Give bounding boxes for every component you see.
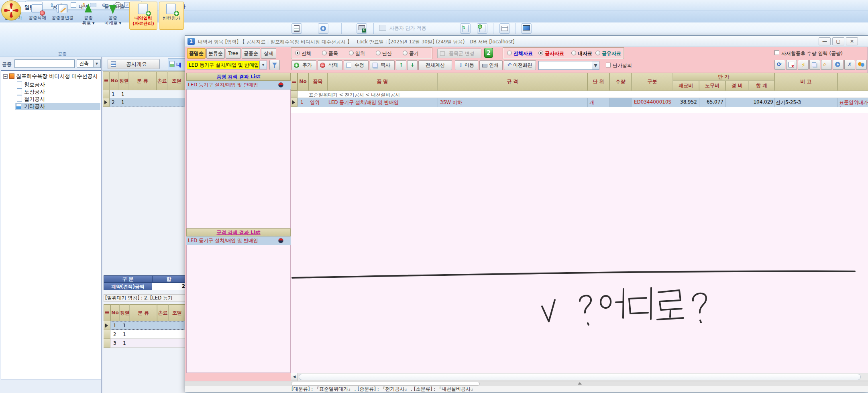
qty-cell[interactable] <box>609 98 632 107</box>
entry-input-button[interactable]: + 내역입력(자료관리) <box>129 2 157 30</box>
col-header-name[interactable]: 품 명 <box>327 73 438 91</box>
copy-row-button[interactable]: 복사 <box>370 60 395 70</box>
table-row-selected[interactable]: 1 1 01 5690001 <box>104 321 185 330</box>
table-row[interactable]: 1 1 <box>103 90 185 98</box>
lightning-icon[interactable]: ⚡ <box>798 60 809 70</box>
radio-dansan[interactable] <box>376 51 381 55</box>
maximize-button[interactable]: ▢ <box>832 37 844 45</box>
add-row-button[interactable]: +추가 <box>291 60 316 70</box>
delete-gongjong-button[interactable]: − 공종삭제 <box>26 2 49 30</box>
sort-by-class-button[interactable]: 분류순 <box>206 48 225 59</box>
doc-add-icon[interactable]: + <box>477 23 487 34</box>
tree-item-changho[interactable]: 창호공사 <box>17 81 45 88</box>
rename-gongjong-button[interactable]: 공종명변경 <box>50 2 75 30</box>
col-header-no[interactable]: No <box>297 73 308 91</box>
detail-button[interactable]: 상세 <box>261 48 276 59</box>
tree-item-cheolgeo[interactable]: 철거공사 <box>17 96 45 102</box>
col-header-jodal[interactable]: 조달 <box>169 304 185 321</box>
item-group-change-button[interactable]: 품목군 변경 <box>437 49 481 58</box>
ilwi-select-combo[interactable]: ▾ <box>538 61 599 70</box>
select-all-icon[interactable] <box>291 73 297 91</box>
tree-root-item[interactable]: − 칠포해수욕장 바다시청 대수선공사 <box>3 73 98 79</box>
table-row[interactable]: 2 1 01 <box>104 330 185 339</box>
col-header-no[interactable]: No <box>110 71 119 90</box>
sort-tree-button[interactable]: Tree <box>226 48 241 59</box>
project-overview-button[interactable]: 공사개요 <box>108 59 160 69</box>
col-header-note[interactable]: 비 고 <box>774 73 837 91</box>
splitter-caret-icon[interactable] <box>578 382 582 385</box>
group-row[interactable]: 표준일위대가 < 전기공사 < 내선설비공사 <box>291 91 868 98</box>
col-header-labor[interactable]: 노무비 <box>699 81 725 91</box>
col-header-sort[interactable]: 정렬 <box>119 71 129 90</box>
doc-sync-icon[interactable]: ⇅ <box>460 23 471 34</box>
sort-by-name-button[interactable]: 품명순 <box>187 48 206 59</box>
chevron-down-icon[interactable]: ▾ <box>259 61 267 69</box>
radio-my-data[interactable] <box>571 51 576 55</box>
tree-item-dojang[interactable]: 도장공사 <box>17 88 45 95</box>
edit-row-button[interactable]: 수정 <box>344 60 369 70</box>
sort-by-gongjong-button[interactable]: 공종순 <box>242 48 260 59</box>
col-header-no[interactable]: No <box>110 304 120 321</box>
col-header-class[interactable]: 분 류 <box>130 304 157 321</box>
col-header-danga[interactable]: 단 가 <box>673 73 774 81</box>
move-gongjong-up-button[interactable]: 공종위로 ▾ <box>77 2 100 30</box>
grid-hscrollbar[interactable]: ◀ <box>291 373 868 381</box>
gears-icon[interactable] <box>833 60 844 70</box>
row-up-button[interactable]: ↑ <box>396 60 406 70</box>
table-row-selected[interactable]: 2 1 5693 <box>103 98 185 107</box>
app-logo-icon[interactable] <box>1 0 21 20</box>
tree-collapse-icon[interactable]: − <box>3 74 8 79</box>
col-header-sonryo[interactable]: 손료 <box>157 304 169 321</box>
scroll-left-icon[interactable]: ◀ <box>291 373 298 381</box>
row-down-button[interactable]: ↓ <box>407 60 418 70</box>
radio-all-data[interactable] <box>507 51 512 55</box>
outer-hscrollbar[interactable] <box>185 381 868 386</box>
name-result-item[interactable]: LED 등기구 설치/매입 및 반매입 <box>186 81 291 90</box>
users-icon[interactable] <box>856 60 867 70</box>
price-definition-checkbox[interactable] <box>606 63 611 67</box>
monitor-icon[interactable] <box>521 23 532 34</box>
close-button[interactable]: ✕ <box>846 37 858 45</box>
category-combo[interactable]: 건축▾ <box>77 59 101 68</box>
radio-ilwi[interactable] <box>349 51 354 55</box>
select-all-icon[interactable] <box>104 304 110 321</box>
radio-junggi[interactable] <box>403 51 408 55</box>
copy-pages-icon[interactable] <box>809 60 820 70</box>
search-icon[interactable]: ⌕ <box>821 60 832 70</box>
radio-all[interactable] <box>295 51 300 55</box>
table-row[interactable]: 3 1 A010000 <box>104 339 185 348</box>
col-header-gubun[interactable]: 구분 <box>632 73 673 91</box>
col-header-expense[interactable]: 경 비 <box>725 81 749 91</box>
material-qty-checkbox[interactable] <box>774 50 779 55</box>
spec-result-item[interactable]: LED 등기구 설치/매입 및 반매입 <box>186 236 291 245</box>
previous-screen-button[interactable]: ↶ 이전화면 <box>504 60 536 70</box>
hscroll-thumb[interactable] <box>299 374 861 380</box>
minimize-button[interactable]: — <box>819 37 831 45</box>
tree-item-gita-selected[interactable]: 기타공사 <box>15 103 100 110</box>
col-header-material[interactable]: 재료비 <box>673 81 699 91</box>
move-button[interactable]: ⇧ 이동 <box>455 60 478 70</box>
col-header-extra[interactable] <box>837 73 868 91</box>
col-header-class[interactable]: 분 류 <box>129 71 156 90</box>
refresh-icon[interactable]: ⟳ <box>774 60 785 70</box>
radio-shared-data[interactable] <box>595 51 600 55</box>
col-header-total[interactable]: 합 계 <box>749 81 774 91</box>
col-header-sort[interactable]: 정렬 <box>120 304 130 321</box>
col-header-jodal[interactable]: 조달 <box>168 71 185 90</box>
col-header-qty[interactable]: 수량 <box>609 73 632 91</box>
filter-funnel-button[interactable] <box>269 60 280 70</box>
calc-all-button[interactable]: 전체계산 <box>418 60 452 70</box>
col-header-spec[interactable]: 규 격 <box>438 73 587 91</box>
user-price-apply-button[interactable]: 사용자 단가 적용 <box>389 25 426 32</box>
move-gongjong-down-button[interactable]: 공종아래로 ▾ <box>101 2 124 30</box>
grid-row-selected[interactable]: 1 일위 LED 등기구 설치/매입 및 반매입 35W 이하 개 ED0344… <box>291 98 868 107</box>
radio-project-data[interactable] <box>538 51 543 55</box>
delete-row-button[interactable]: −삭제 <box>318 60 342 70</box>
tools-icon[interactable]: ✗ <box>844 60 855 70</box>
col-header-item[interactable]: 품목 <box>308 73 327 91</box>
calendar-remove-icon[interactable]: x <box>786 60 797 70</box>
name-search-combo[interactable]: LED 등기구 설치/매입 및 반매입▾ <box>187 61 267 69</box>
col-header-unit[interactable]: 단 위 <box>587 73 609 91</box>
detail-tab[interactable]: 내역 <box>168 58 185 70</box>
settings-gear-icon[interactable] <box>318 23 328 34</box>
